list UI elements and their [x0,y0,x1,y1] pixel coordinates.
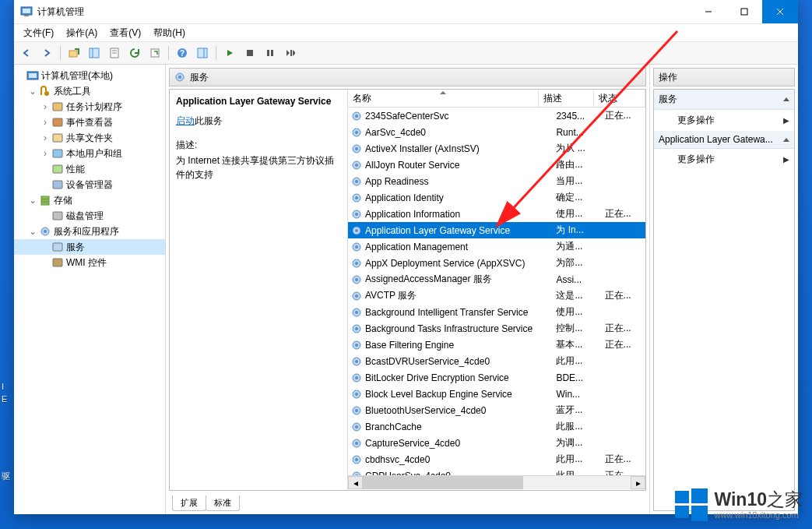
tree-twisty[interactable]: ⌄ [28,86,37,97]
tab-standard[interactable]: 标准 [206,495,240,511]
pause-service-button[interactable] [261,44,279,62]
actions-more-selected[interactable]: 更多操作 ▶ [654,149,794,170]
back-button[interactable] [17,44,36,62]
tree-item-系统工具-3[interactable]: ›本地用户和组 [14,146,165,161]
tree-group-2[interactable]: ⌄服务和应用程序 [14,224,165,239]
list-header[interactable]: 名称 描述 状态 [348,90,645,108]
tree-twisty[interactable]: › [40,101,50,112]
properties-button[interactable] [105,44,124,62]
service-row[interactable]: ActiveX Installer (AxInstSV)为从 ... [348,140,645,157]
show-hide-action-pane-button[interactable] [193,44,212,62]
actions-section-selected-service[interactable]: Application Layer Gatewa... [654,131,794,149]
service-name: Application Information [365,209,460,220]
tree-group-0[interactable]: ⌄系统工具 [14,83,165,99]
actions-more-services[interactable]: 更多操作 ▶ [654,110,794,131]
tree-item-存储-0[interactable]: 磁盘管理 [14,208,165,224]
svg-rect-32 [41,199,49,202]
service-name: Application Layer Gateway Service [365,225,510,236]
tree-item-系统工具-5[interactable]: 设备管理器 [14,177,165,192]
menu-help[interactable]: 帮助(H) [147,25,192,41]
tree-node-label: 共享文件夹 [66,132,113,145]
close-button[interactable] [762,0,798,23]
restart-service-button[interactable] [281,44,300,62]
service-row[interactable]: Base Filtering Engine基本...正在... [348,337,645,353]
tree-item-系统工具-0[interactable]: ›任务计划程序 [14,99,165,115]
column-status[interactable]: 状态 [594,90,645,107]
forward-button[interactable] [37,44,56,62]
service-row[interactable]: CDPUserSvc_4cde0此用...正在... [348,467,645,475]
tree-item-系统工具-4[interactable]: 性能 [14,161,165,177]
export-list-button[interactable] [146,44,164,62]
tree-item-服务和应用程序-0[interactable]: 服务 [14,239,165,255]
service-row[interactable]: Application Layer Gateway Service为 In... [348,222,645,238]
service-row[interactable]: 2345SafeCenterSvc2345...正在... [348,108,645,124]
help-button[interactable]: ? [173,44,192,62]
up-button[interactable] [65,44,83,62]
service-row[interactable]: Background Intelligent Transfer Service使… [348,304,645,320]
service-row[interactable]: Application Identity确定... [348,189,645,206]
actions-section-services[interactable]: 服务 [654,90,794,110]
refresh-button[interactable] [125,44,144,62]
tree-node-label: 任务计划程序 [66,101,122,114]
column-name[interactable]: 名称 [348,90,539,107]
service-row[interactable]: AVCTP 服务这是...正在... [348,287,645,304]
list-body[interactable]: 2345SafeCenterSvc2345...正在...AarSvc_4cde… [348,108,645,475]
svg-point-44 [355,131,358,134]
service-row[interactable]: AllJoyn Router Service路由... [348,157,645,173]
actions-item-label: 更多操作 [677,114,715,127]
tree-twisty[interactable]: › [40,132,50,143]
tree-twisty[interactable]: › [40,148,50,159]
tree-root[interactable]: 计算机管理(本地) [14,68,165,83]
maximize-button[interactable] [726,0,762,23]
service-row[interactable]: Application Information使用...正在... [348,206,645,222]
gear-icon [351,127,362,138]
console-tree[interactable]: 计算机管理(本地)⌄系统工具›任务计划程序›事件查看器›共享文件夹›本地用户和组… [14,65,166,514]
tree-item-系统工具-2[interactable]: ›共享文件夹 [14,130,165,146]
scroll-right-button[interactable]: ▸ [631,476,645,489]
gear-icon [174,72,185,83]
scroll-thumb[interactable] [363,476,523,489]
scroll-track[interactable] [363,476,631,489]
service-row[interactable]: BitLocker Drive Encryption ServiceBDE... [348,369,645,386]
tree-item-服务和应用程序-1[interactable]: WMI 控件 [14,255,165,270]
service-name: AVCTP 服务 [365,289,417,302]
menu-action[interactable]: 操作(A) [60,25,104,41]
service-row[interactable]: Block Level Backup Engine ServiceWin... [348,386,645,402]
tree-node-label: 性能 [66,163,85,176]
tree-twisty[interactable]: › [40,117,50,128]
service-row[interactable]: BcastDVRUserService_4cde0此用... [348,353,645,369]
service-row[interactable]: Application Management为通... [348,238,645,255]
service-row[interactable]: BluetoothUserService_4cde0蓝牙... [348,402,645,418]
column-description[interactable]: 描述 [539,90,594,107]
show-hide-console-tree-button[interactable] [85,44,104,62]
service-row[interactable]: Background Tasks Infrastructure Service控… [348,320,645,337]
tree-group-1[interactable]: ⌄存储 [14,192,165,208]
menu-view[interactable]: 查看(V) [104,25,147,41]
service-row[interactable]: cbdhsvc_4cde0此用...正在... [348,451,645,467]
tab-extended[interactable]: 扩展 [172,495,206,511]
service-status: 正在... [602,109,645,122]
service-row[interactable]: AppX Deployment Service (AppXSVC)为部... [348,255,645,271]
service-row[interactable]: AssignedAccessManager 服务Assi... [348,271,645,287]
svg-rect-38 [53,259,62,266]
scroll-left-button[interactable]: ◂ [348,476,363,489]
chevron-right-icon: ▶ [783,155,789,164]
titlebar[interactable]: 计算机管理 [14,0,798,24]
tree-twisty[interactable]: ⌄ [28,226,37,237]
stop-service-button[interactable] [241,44,259,62]
separator [168,46,169,60]
service-row[interactable]: CaptureService_4cde0为调... [348,435,645,451]
tree-item-系统工具-1[interactable]: ›事件查看器 [14,115,165,130]
menu-file[interactable]: 文件(F) [17,25,60,41]
gear-icon [351,274,362,285]
service-row[interactable]: BranchCache此服... [348,418,645,435]
service-row[interactable]: AarSvc_4cde0Runt... [348,124,645,140]
start-service-link[interactable]: 启动 [176,115,195,126]
minimize-button[interactable] [691,0,726,23]
gear-icon [351,291,362,302]
service-row[interactable]: App Readiness当用... [348,173,645,189]
tree-twisty[interactable]: ⌄ [28,195,37,206]
tree-node-icon [51,116,64,129]
start-service-button[interactable] [220,44,239,62]
horizontal-scrollbar[interactable]: ◂ ▸ [348,475,645,490]
